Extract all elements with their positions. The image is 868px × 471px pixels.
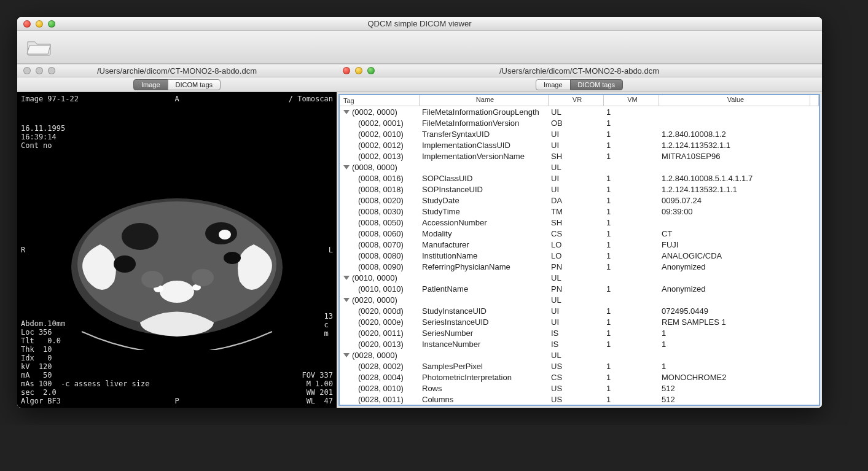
table-row[interactable]: (0008, 0060)ModalityCS1CT: [340, 228, 819, 239]
cell-vm: 1: [604, 340, 659, 349]
cell-value: 072495.0449: [659, 306, 819, 316]
cell-vr: SH: [549, 152, 604, 161]
table-row[interactable]: (0008, 0016)SOPClassUIDUI11.2.840.10008.…: [340, 173, 819, 184]
table-row[interactable]: (0008, 0020)StudyDateDA10095.07.24: [340, 195, 819, 206]
close-icon[interactable]: [23, 20, 31, 28]
overlay-datetime: 16.11.1995 16:39:14 Cont no: [21, 124, 65, 150]
tab-image[interactable]: Image: [133, 79, 168, 90]
table-row[interactable]: (0008, 0018)SOPInstanceUIDUI11.2.124.113…: [340, 184, 819, 195]
table-row[interactable]: (0002, 0012)ImplementationClassUIDUI11.2…: [340, 139, 819, 150]
cell-vm: 1: [604, 207, 659, 216]
table-row[interactable]: (0028, 0010)RowsUS1512: [340, 383, 819, 394]
table-row[interactable]: (0010, 0010)PatientNamePN1Anonymized: [340, 283, 819, 294]
right-subwindow-titlebar: /Users/archie/dicom/CT-MONO2-8-abdo.dcm: [337, 64, 822, 77]
cell-tag: (0028, 0011): [358, 395, 404, 404]
cell-vm: 1: [604, 185, 659, 194]
svg-point-5: [122, 223, 158, 250]
dicom-image-viewer[interactable]: Image 97-1-22 A / Tomoscan 16.11.1995 16…: [17, 92, 337, 408]
cell-vr: SH: [549, 218, 604, 227]
col-tag[interactable]: Tag: [340, 95, 420, 106]
cell-vr: UL: [549, 351, 604, 360]
zoom-icon[interactable]: [367, 67, 375, 74]
cell-tag: (0002, 0010): [358, 130, 404, 139]
table-row[interactable]: (0020, 0013)InstanceNumberIS11: [340, 338, 819, 349]
cell-tag: (0002, 0001): [358, 119, 404, 128]
cell-name: Manufacturer: [420, 240, 549, 249]
cell-vm: 1: [604, 141, 659, 150]
close-icon[interactable]: [343, 67, 350, 74]
table-row[interactable]: (0028, 0002)SamplesPerPixelUS11: [340, 360, 819, 372]
disclosure-triangle-icon[interactable]: [343, 110, 350, 114]
close-icon[interactable]: [23, 67, 31, 74]
col-value[interactable]: Value: [659, 95, 810, 106]
cell-name: SeriesInstanceUID: [420, 317, 549, 327]
overlay-scanner: / Tomoscan: [289, 95, 333, 103]
table-row[interactable]: (0020, 0011)SeriesNumberIS11: [340, 327, 819, 338]
svg-point-10: [141, 271, 163, 288]
tab-dicom-tags[interactable]: DICOM tags: [168, 79, 221, 90]
table-row[interactable]: (0020, 000e)SeriesInstanceUIDUI1REM SAMP…: [340, 316, 819, 327]
cell-name: InstitutionName: [420, 251, 549, 260]
cell-name: SeriesNumber: [420, 329, 549, 338]
open-file-button[interactable]: [26, 37, 53, 57]
cell-vr: UL: [549, 295, 604, 305]
tab-dicom-tags[interactable]: DICOM tags: [570, 79, 624, 90]
cell-vr: UI: [549, 174, 604, 183]
minimize-icon[interactable]: [355, 67, 362, 74]
col-vr[interactable]: VR: [549, 95, 604, 106]
table-row[interactable]: (0028, 0000)UL: [340, 349, 819, 360]
cell-vm: 1: [604, 373, 659, 382]
cell-vm: 1: [604, 262, 659, 271]
minimize-icon[interactable]: [36, 20, 43, 28]
table-row[interactable]: (0002, 0013)ImplementationVersionNameSH1…: [340, 150, 819, 162]
table-row[interactable]: (0002, 0000)FileMetaInformationGroupLeng…: [340, 106, 819, 117]
table-row[interactable]: (0010, 0000)UL: [340, 272, 819, 283]
cell-vr: PN: [549, 284, 604, 294]
disclosure-triangle-icon[interactable]: [343, 353, 350, 357]
table-row[interactable]: (0008, 0050)AccessionNumberSH1: [340, 217, 819, 228]
cell-vm: 1: [604, 152, 659, 161]
table-row[interactable]: (0020, 000d)StudyInstanceUIDUI1072495.04…: [340, 305, 819, 316]
cell-tag: (0020, 0011): [358, 329, 404, 338]
table-row[interactable]: (0002, 0010)TransferSyntaxUIDUI11.2.840.…: [340, 128, 819, 139]
table-row[interactable]: (0028, 0011)ColumnsUS1512: [340, 394, 819, 405]
cell-vr: IS: [549, 340, 604, 349]
table-row[interactable]: (0008, 0070)ManufacturerLO1FUJI: [340, 239, 819, 250]
cell-tag: (0010, 0010): [358, 284, 404, 294]
cell-name: PatientName: [420, 284, 549, 294]
cell-vr: PN: [549, 262, 604, 271]
table-row[interactable]: (0008, 0090)ReferringPhysicianNamePN1Ano…: [340, 261, 819, 272]
minimize-icon[interactable]: [36, 67, 43, 74]
cell-vm: 1: [604, 240, 659, 249]
cell-vr: UI: [549, 317, 604, 327]
table-row[interactable]: (0008, 0080)InstitutionNameLO1ANALOGIC/C…: [340, 250, 819, 261]
zoom-icon[interactable]: [48, 20, 55, 28]
disclosure-triangle-icon[interactable]: [343, 298, 350, 302]
disclosure-triangle-icon[interactable]: [343, 276, 350, 280]
table-row[interactable]: (0020, 0000)UL: [340, 294, 819, 305]
cell-vm: 1: [604, 251, 659, 260]
cell-vr: US: [549, 384, 604, 393]
cell-vr: UI: [549, 185, 604, 194]
table-row[interactable]: (0002, 0001)FileMetaInformationVersionOB…: [340, 117, 819, 128]
cell-value: 0095.07.24: [659, 196, 819, 205]
zoom-icon[interactable]: [48, 67, 55, 74]
cell-vr: IS: [549, 329, 604, 338]
ct-slice-image: [66, 178, 287, 350]
col-vm[interactable]: VM: [604, 95, 659, 106]
svg-point-9: [219, 230, 231, 239]
disclosure-triangle-icon[interactable]: [343, 165, 350, 169]
cell-vr: UI: [549, 141, 604, 150]
right-file-path: /Users/archie/dicom/CT-MONO2-8-abdo.dcm: [337, 66, 822, 76]
col-name[interactable]: Name: [420, 95, 549, 106]
cell-value: 1.2.840.10008.1.2: [659, 130, 819, 139]
table-row[interactable]: (0008, 0030)StudyTimeTM109:39:00: [340, 206, 819, 217]
cell-tag: (0008, 0080): [358, 251, 404, 260]
tab-image[interactable]: Image: [536, 79, 571, 90]
cell-name: FileMetaInformationVersion: [420, 119, 549, 128]
table-row[interactable]: (0028, 0004)PhotometricInterpretationCS1…: [340, 372, 819, 383]
cell-value: 512: [659, 384, 819, 393]
table-row[interactable]: (0008, 0000)UL: [340, 162, 819, 173]
cell-tag: (0020, 0013): [358, 340, 404, 349]
table-body[interactable]: (0002, 0000)FileMetaInformationGroupLeng…: [340, 106, 819, 405]
